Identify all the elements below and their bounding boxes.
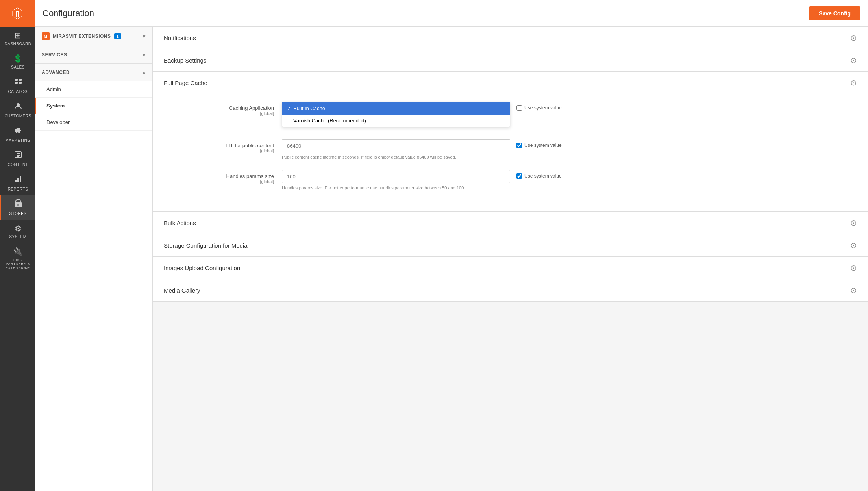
advanced-chevron: ▴ bbox=[143, 69, 146, 76]
handles-params-hint: Handles params size. For better performa… bbox=[282, 185, 510, 191]
nav-item-dashboard[interactable]: ⊞ DASHBOARD bbox=[0, 27, 35, 50]
left-navigation: ⊞ DASHBOARD 💲 SALES CATALOG CUSTOMERS MA… bbox=[0, 0, 35, 491]
handles-params-input[interactable] bbox=[282, 170, 510, 183]
section-notifications-title: Notifications bbox=[164, 35, 196, 41]
svg-rect-14 bbox=[17, 204, 19, 206]
dropdown-option-built-in[interactable]: ✓ Built-in Cache bbox=[282, 102, 510, 115]
check-icon: ✓ bbox=[287, 106, 291, 111]
sidebar-section-services-header[interactable]: SERVICES ▾ bbox=[35, 46, 152, 63]
ttl-public-input[interactable] bbox=[282, 139, 510, 152]
svg-rect-9 bbox=[17, 156, 19, 157]
svg-rect-2 bbox=[15, 82, 18, 84]
page-title: Configuration bbox=[43, 8, 801, 19]
section-fpc-header[interactable]: Full Page Cache ⊙ bbox=[153, 72, 868, 94]
section-backup-settings-title: Backup Settings bbox=[164, 57, 206, 64]
system-icon: ⚙ bbox=[15, 224, 22, 233]
mirasvit-chevron: ▾ bbox=[143, 33, 146, 39]
ttl-public-row: TTL for public content [global] Public c… bbox=[164, 139, 857, 161]
nav-item-sales[interactable]: 💲 SALES bbox=[0, 50, 35, 73]
section-backup-settings: Backup Settings ⊙ bbox=[153, 49, 868, 72]
section-storage-config-title: Storage Configuration for Media bbox=[164, 242, 248, 249]
ttl-public-control: Public content cache lifetime in seconds… bbox=[282, 139, 510, 161]
notifications-expand-icon: ⊙ bbox=[850, 33, 857, 43]
advanced-label: ADVANCED bbox=[42, 70, 70, 75]
fpc-expand-icon: ⊙ bbox=[850, 78, 857, 87]
bulk-actions-expand-icon: ⊙ bbox=[850, 218, 857, 228]
nav-item-content[interactable]: CONTENT bbox=[0, 146, 35, 171]
services-label: SERVICES bbox=[42, 52, 67, 57]
section-full-page-cache: Full Page Cache ⊙ Caching Application [g… bbox=[153, 72, 868, 212]
section-media-gallery: Media Gallery ⊙ bbox=[153, 279, 868, 302]
section-bulk-actions: Bulk Actions ⊙ bbox=[153, 212, 868, 234]
fpc-body: Caching Application [global] ✓ Built-in … bbox=[153, 94, 868, 211]
save-config-button[interactable]: Save Config bbox=[809, 6, 860, 20]
sidebar-section-mirasvit: M MIRASVIT EXTENSIONS 1 ▾ bbox=[35, 27, 152, 46]
backup-settings-expand-icon: ⊙ bbox=[850, 56, 857, 65]
svg-rect-1 bbox=[19, 79, 22, 81]
handles-params-system-checkbox[interactable] bbox=[516, 173, 522, 179]
services-chevron: ▾ bbox=[143, 52, 146, 58]
mirasvit-badge: 1 bbox=[114, 33, 122, 39]
section-notifications-header[interactable]: Notifications ⊙ bbox=[153, 27, 868, 49]
section-bulk-actions-title: Bulk Actions bbox=[164, 220, 196, 226]
magento-logo[interactable] bbox=[0, 0, 35, 27]
svg-point-4 bbox=[17, 103, 20, 106]
page-header: Configuration Save Config bbox=[35, 0, 868, 27]
mirasvit-logo: M bbox=[42, 32, 50, 40]
ttl-public-label: TTL for public content [global] bbox=[164, 139, 282, 153]
nav-item-reports[interactable]: REPORTS bbox=[0, 171, 35, 195]
section-storage-config-header[interactable]: Storage Configuration for Media ⊙ bbox=[153, 234, 868, 256]
dropdown-list: ✓ Built-in Cache ✓ Varnish Cache (Recomm… bbox=[282, 102, 510, 127]
section-media-gallery-header[interactable]: Media Gallery ⊙ bbox=[153, 279, 868, 301]
nav-item-stores[interactable]: STORES bbox=[0, 195, 35, 220]
section-bulk-actions-header[interactable]: Bulk Actions ⊙ bbox=[153, 212, 868, 234]
nav-item-catalog[interactable]: CATALOG bbox=[0, 73, 35, 98]
main-content: Notifications ⊙ Backup Settings ⊙ Full P… bbox=[153, 27, 868, 491]
mirasvit-label: MIRASVIT EXTENSIONS bbox=[53, 33, 111, 39]
sidebar-section-advanced-header[interactable]: ADVANCED ▴ bbox=[35, 64, 152, 81]
caching-application-system-checkbox[interactable] bbox=[516, 105, 522, 111]
customers-icon bbox=[14, 102, 22, 112]
sidebar-item-admin[interactable]: Admin bbox=[35, 81, 152, 98]
section-media-gallery-title: Media Gallery bbox=[164, 287, 200, 294]
marketing-icon bbox=[14, 126, 22, 137]
caching-application-row: Caching Application [global] ✓ Built-in … bbox=[164, 102, 857, 116]
ttl-public-hint: Public content cache lifetime in seconds… bbox=[282, 154, 510, 161]
handles-params-label: Handles params size [global] bbox=[164, 170, 282, 184]
section-backup-settings-header[interactable]: Backup Settings ⊙ bbox=[153, 49, 868, 71]
caching-application-use-system: Use system value bbox=[510, 102, 562, 111]
svg-rect-5 bbox=[20, 130, 21, 131]
svg-rect-10 bbox=[15, 180, 17, 182]
ttl-public-use-system: Use system value bbox=[510, 139, 562, 148]
nav-item-marketing[interactable]: MARKETING bbox=[0, 122, 35, 146]
sidebar-section-mirasvit-header[interactable]: M MIRASVIT EXTENSIONS 1 ▾ bbox=[35, 27, 152, 46]
section-fpc-title: Full Page Cache bbox=[164, 80, 207, 86]
svg-rect-8 bbox=[17, 155, 20, 156]
section-notifications: Notifications ⊙ bbox=[153, 27, 868, 49]
section-images-upload-header[interactable]: Images Upload Configuration ⊙ bbox=[153, 257, 868, 279]
nav-item-system[interactable]: ⚙ SYSTEM bbox=[0, 220, 35, 243]
sales-icon: 💲 bbox=[13, 54, 23, 63]
config-sidebar: M MIRASVIT EXTENSIONS 1 ▾ SERVICES ▾ ADV… bbox=[35, 27, 153, 491]
svg-rect-0 bbox=[15, 79, 18, 81]
find-partners-icon: 🔌 bbox=[13, 247, 23, 256]
content-icon bbox=[14, 150, 22, 161]
storage-config-expand-icon: ⊙ bbox=[850, 241, 857, 250]
stores-icon bbox=[14, 199, 22, 210]
section-images-upload-title: Images Upload Configuration bbox=[164, 265, 240, 271]
images-upload-expand-icon: ⊙ bbox=[850, 263, 857, 272]
media-gallery-expand-icon: ⊙ bbox=[850, 285, 857, 295]
sidebar-item-developer[interactable]: Developer bbox=[35, 114, 152, 131]
caching-application-label: Caching Application [global] bbox=[164, 102, 282, 116]
handles-params-control: Handles params size. For better performa… bbox=[282, 170, 510, 191]
section-storage-config: Storage Configuration for Media ⊙ bbox=[153, 234, 868, 257]
nav-item-customers[interactable]: CUSTOMERS bbox=[0, 98, 35, 122]
sidebar-item-system[interactable]: System bbox=[35, 98, 152, 114]
nav-item-find-partners[interactable]: 🔌 FIND PARTNERS & EXTENSIONS bbox=[0, 243, 35, 274]
dropdown-option-varnish[interactable]: ✓ Varnish Cache (Recommended) bbox=[282, 115, 510, 127]
catalog-icon bbox=[14, 77, 22, 88]
svg-rect-12 bbox=[20, 176, 21, 182]
ttl-public-system-checkbox[interactable] bbox=[516, 143, 522, 148]
svg-rect-3 bbox=[19, 82, 22, 84]
dashboard-icon: ⊞ bbox=[15, 31, 21, 40]
